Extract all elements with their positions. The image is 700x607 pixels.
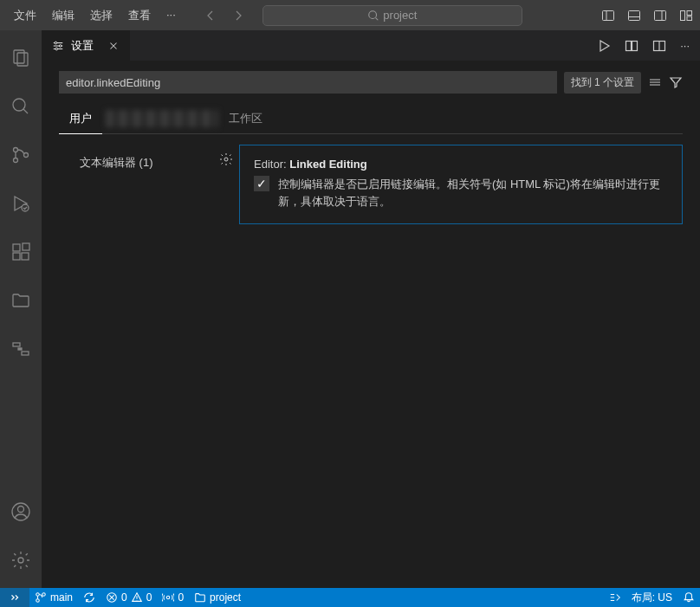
svg-rect-8 <box>17 53 28 66</box>
status-folder[interactable]: project <box>189 588 246 607</box>
svg-point-26 <box>55 48 58 50</box>
svg-rect-15 <box>13 253 20 260</box>
scope-blurred-region <box>106 110 218 127</box>
nav-arrows <box>204 9 245 23</box>
command-center[interactable]: project <box>262 5 522 26</box>
svg-rect-17 <box>23 243 29 250</box>
toggle-panel-icon[interactable] <box>627 9 641 23</box>
svg-rect-6 <box>687 16 692 21</box>
svg-rect-4 <box>681 10 685 20</box>
clear-search-icon[interactable] <box>648 75 662 89</box>
status-layout[interactable]: 布局: US <box>626 588 677 607</box>
accounts-icon[interactable] <box>0 491 42 533</box>
settings-search-row: 找到 1 个设置 <box>59 71 683 94</box>
activity-bar <box>0 30 42 588</box>
run-icon[interactable] <box>597 39 611 53</box>
svg-rect-1 <box>603 10 614 20</box>
layout-text: 布局: US <box>632 591 672 605</box>
status-branch[interactable]: main <box>29 588 78 607</box>
svg-point-10 <box>14 148 18 152</box>
titlebar: 文件 编辑 选择 查看 ··· project <box>0 0 700 30</box>
remote-indicator[interactable] <box>0 588 29 607</box>
status-problems[interactable]: 0 0 <box>100 588 157 607</box>
editor-actions: ··· <box>597 39 700 53</box>
svg-point-9 <box>13 99 25 111</box>
titlebar-layout-controls <box>601 9 693 23</box>
setting-control: ✓ 控制编辑器是否已启用链接编辑。相关符号(如 HTML 标记)将在编辑时进行更… <box>254 176 668 210</box>
warning-count: 0 <box>146 591 152 604</box>
close-icon[interactable] <box>107 40 120 52</box>
svg-point-35 <box>167 596 171 599</box>
scope-user-tab[interactable]: 用户 <box>59 104 102 133</box>
more-actions-icon[interactable]: ··· <box>680 39 690 53</box>
branch-icon <box>35 591 47 604</box>
split-json-icon[interactable] <box>625 39 638 53</box>
svg-point-11 <box>14 158 18 163</box>
nav-back-icon[interactable] <box>204 9 217 23</box>
search-result-count: 找到 1 个设置 <box>564 72 641 94</box>
search-icon <box>367 10 379 22</box>
svg-rect-2 <box>629 10 640 20</box>
settings-scope-tabs: 用户 工作区 <box>59 104 683 134</box>
folder-activity-icon[interactable] <box>0 280 42 321</box>
status-notifications[interactable] <box>677 588 700 607</box>
source-control-icon[interactable] <box>0 134 42 176</box>
extensions-icon[interactable] <box>0 231 42 273</box>
status-ports[interactable]: 0 <box>157 588 189 607</box>
explorer-icon[interactable] <box>0 37 42 79</box>
svg-rect-16 <box>22 253 29 260</box>
run-debug-icon[interactable] <box>0 183 42 224</box>
split-editor-icon[interactable] <box>652 39 666 53</box>
command-center-text: project <box>383 9 417 22</box>
error-icon <box>106 591 118 604</box>
menu-bar: 文件 编辑 选择 查看 ··· <box>7 4 183 27</box>
svg-point-32 <box>36 599 40 603</box>
tab-title: 设置 <box>71 38 94 54</box>
svg-rect-20 <box>22 352 29 355</box>
svg-rect-5 <box>687 10 692 15</box>
setting-category: Editor: <box>254 158 289 171</box>
setting-title: Editor: Linked Editing <box>254 158 668 171</box>
scope-workspace-tab[interactable]: 工作区 <box>218 104 273 133</box>
custom-activity-icon[interactable] <box>0 328 42 370</box>
svg-rect-27 <box>626 41 632 50</box>
svg-point-25 <box>59 44 62 47</box>
search-activity-icon[interactable] <box>0 86 42 127</box>
settings-tree: 文本编辑器 (1) <box>59 145 215 588</box>
ports-count: 0 <box>178 591 184 604</box>
menu-select[interactable]: 选择 <box>83 4 120 27</box>
status-sync[interactable] <box>78 588 100 607</box>
customize-layout-icon[interactable] <box>679 9 693 23</box>
svg-point-13 <box>22 204 29 211</box>
folder-name: project <box>210 591 241 604</box>
remote-icon <box>9 591 21 604</box>
sync-icon <box>83 591 95 604</box>
toggle-sidebar-left-icon[interactable] <box>601 9 615 23</box>
svg-rect-19 <box>18 348 22 350</box>
menu-edit[interactable]: 编辑 <box>45 4 81 27</box>
editor-area: 设置 ··· 找到 1 个设置 用 <box>42 30 700 588</box>
status-indent-icon[interactable] <box>604 588 626 607</box>
menu-view[interactable]: 查看 <box>121 4 158 27</box>
svg-point-24 <box>55 42 57 44</box>
setting-checkbox[interactable]: ✓ <box>254 176 269 191</box>
settings-search-input[interactable] <box>59 71 557 94</box>
svg-point-23 <box>18 558 23 563</box>
tab-settings[interactable]: 设置 <box>42 30 130 61</box>
setting-description: 控制编辑器是否已启用链接编辑。相关符号(如 HTML 标记)将在编辑时进行更新，… <box>278 176 668 210</box>
setting-name: Linked Editing <box>289 158 367 171</box>
toggle-sidebar-right-icon[interactable] <box>653 9 667 23</box>
filter-icon[interactable] <box>669 75 683 89</box>
svg-rect-3 <box>655 10 666 20</box>
settings-gear-icon[interactable] <box>0 539 42 581</box>
svg-point-30 <box>224 158 228 161</box>
settings-list: Editor: Linked Editing ✓ 控制编辑器是否已启用链接编辑。… <box>222 145 683 588</box>
svg-point-33 <box>42 593 46 597</box>
menu-file[interactable]: 文件 <box>7 4 43 27</box>
nav-forward-icon[interactable] <box>231 9 245 23</box>
menu-more[interactable]: ··· <box>159 4 183 27</box>
tree-item-text-editor[interactable]: 文本编辑器 (1) <box>59 152 215 174</box>
folder-icon <box>194 591 206 604</box>
setting-item-linked-editing: Editor: Linked Editing ✓ 控制编辑器是否已启用链接编辑。… <box>239 145 683 224</box>
setting-gear-icon[interactable] <box>219 152 233 166</box>
